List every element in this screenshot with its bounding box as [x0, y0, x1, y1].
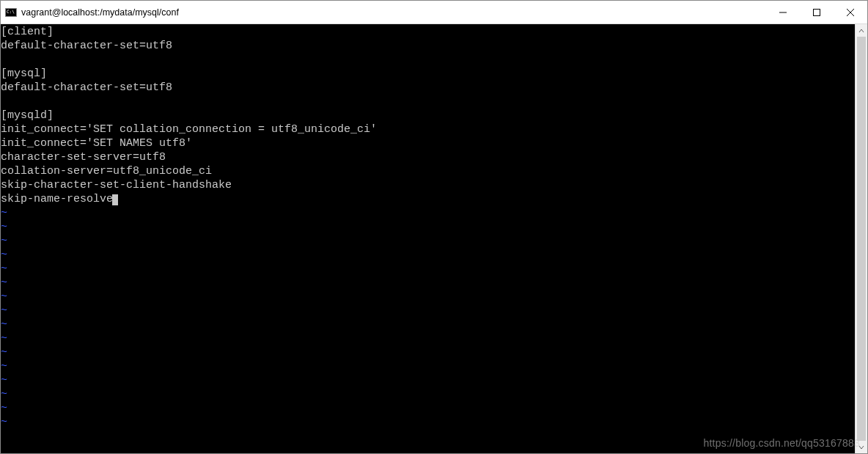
vim-empty-line: ~: [1, 359, 855, 373]
terminal-line: collation-server=utf8_unicode_ci: [1, 164, 855, 178]
cursor: [112, 194, 118, 205]
scroll-down-button[interactable]: [856, 441, 867, 453]
terminal-line: [1, 95, 855, 109]
minimize-button[interactable]: [766, 1, 800, 23]
close-button[interactable]: [834, 1, 867, 23]
vim-empty-line: ~: [1, 220, 855, 234]
terminal-line: [1, 53, 855, 67]
maximize-button[interactable]: [800, 1, 834, 23]
vim-empty-line: ~: [1, 415, 855, 429]
vim-empty-line: ~: [1, 373, 855, 387]
vim-empty-line: ~: [1, 276, 855, 290]
vertical-scrollbar[interactable]: [855, 24, 867, 453]
vim-empty-line: ~: [1, 290, 855, 304]
terminal-line: [client]: [1, 25, 855, 39]
vim-empty-line: ~: [1, 401, 855, 415]
scroll-thumb[interactable]: [857, 37, 866, 441]
vim-empty-line: ~: [1, 262, 855, 276]
vim-empty-line: ~: [1, 345, 855, 359]
terminal-output[interactable]: [client]default-character-set=utf8[mysql…: [1, 24, 855, 453]
terminal-line: init_connect='SET NAMES utf8': [1, 136, 855, 150]
window-controls: [766, 1, 867, 23]
vim-empty-line: ~: [1, 304, 855, 318]
terminal-line: skip-name-resolve: [1, 192, 855, 206]
window-title: vagrant@localhost:/mydata/mysql/conf: [21, 7, 179, 18]
terminal-container: [client]default-character-set=utf8[mysql…: [1, 24, 867, 453]
vim-empty-line: ~: [1, 332, 855, 345]
window-titlebar: C:\ vagrant@localhost:/mydata/mysql/conf: [1, 1, 867, 24]
vim-empty-line: ~: [1, 248, 855, 262]
terminal-line: character-set-server=utf8: [1, 150, 855, 164]
scroll-up-button[interactable]: [856, 24, 867, 37]
svg-rect-3: [814, 9, 820, 15]
terminal-line: default-character-set=utf8: [1, 39, 855, 53]
terminal-line: init_connect='SET collation_connection =…: [1, 122, 855, 136]
terminal-line: [mysqld]: [1, 109, 855, 122]
vim-empty-line: ~: [1, 206, 855, 220]
vim-empty-line: ~: [1, 318, 855, 332]
vim-empty-line: ~: [1, 234, 855, 248]
vim-empty-line: ~: [1, 387, 855, 401]
terminal-line: [mysql]: [1, 67, 855, 81]
svg-text:C:\: C:\: [7, 9, 15, 14]
terminal-line: default-character-set=utf8: [1, 81, 855, 95]
terminal-icon: C:\: [5, 7, 17, 18]
terminal-line: skip-character-set-client-handshake: [1, 178, 855, 192]
